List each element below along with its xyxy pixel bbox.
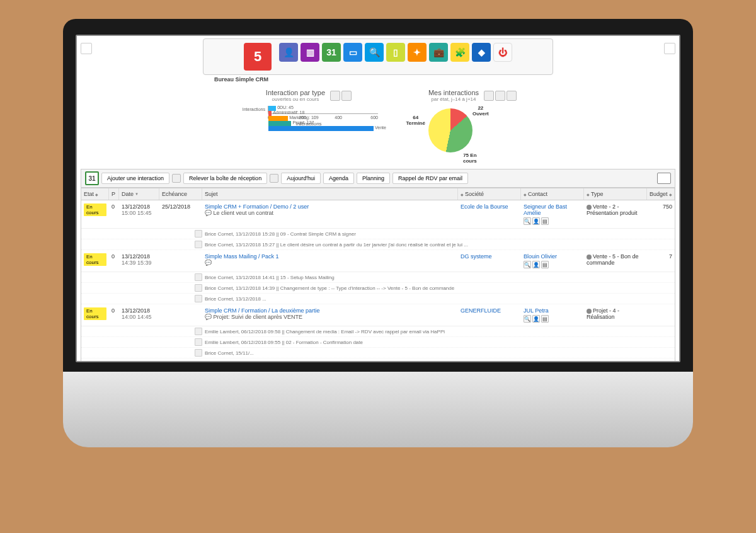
reminder-button[interactable]: Rappel de RDV par email — [392, 173, 468, 184]
bar-chart-block: Interaction par type ouvertes ou en cour… — [239, 89, 378, 163]
speech-icon — [205, 210, 212, 216]
tv-icon[interactable] — [657, 173, 671, 184]
doc-icon[interactable]: ▤ — [541, 217, 549, 225]
priority-cell: 0 — [109, 360, 119, 361]
expand-right-icon[interactable] — [664, 43, 675, 54]
sujet-cell: Simple CRM / Formation / La deuxième par… — [202, 306, 458, 321]
puzzle-icon[interactable]: 🧩 — [450, 43, 469, 62]
pie-chart — [428, 108, 472, 152]
table-row[interactable]: Ouvert 0 13/12/201814:39 15:00 Simple Ma… — [81, 358, 675, 361]
calendar-small-icon[interactable]: 31 — [85, 171, 99, 185]
note-line: Emilie Lambert, 06/12/2018 09:55 || 02 -… — [81, 337, 675, 348]
col-etat[interactable]: Etat◆ — [81, 188, 109, 200]
notes-icon[interactable]: ▯ — [386, 43, 405, 62]
date-cell: 13/12/201814:39 15:00 — [119, 360, 159, 361]
col-p[interactable]: P — [109, 188, 119, 200]
societe-link[interactable]: DG systeme — [458, 360, 521, 361]
print-icon[interactable] — [484, 91, 494, 101]
pie-label-termine: 64 Terminé — [406, 115, 425, 126]
person-icon — [172, 174, 181, 183]
power-icon[interactable]: ⏻ — [493, 43, 512, 62]
sujet-link[interactable]: Simple CRM + Formation / Demo / 2 user — [205, 203, 309, 210]
societe-link[interactable]: Ecole de la Bourse — [458, 202, 521, 211]
echeance-cell — [159, 252, 202, 255]
budget-cell — [647, 306, 675, 309]
contacts-icon[interactable]: 👤 — [279, 43, 298, 62]
note-icon — [195, 284, 202, 292]
sujet-link[interactable]: Simple CRM / Formation / La deuxième par… — [205, 307, 320, 314]
collapse-left-icon[interactable] — [81, 43, 92, 54]
table-row[interactable]: En cours 0 13/12/201814:39 15:39 Simple … — [81, 250, 675, 272]
speech-icon — [205, 314, 212, 320]
pie-chart-block: Mes interactions par état, j–14 à j+14 — [428, 89, 517, 163]
contact-cell: Blouin Olivier 🔍 👤 ▤ — [521, 360, 584, 361]
note-icon — [195, 295, 202, 302]
col-type[interactable]: ◆Type — [584, 188, 647, 200]
print-icon[interactable] — [330, 91, 340, 101]
table-row[interactable]: En cours 0 13/12/201814:00 14:45 Simple … — [81, 304, 675, 326]
crm-app: 5 👤 ▥ 31 ▭ 🔍 ▯ ✦ 💼 🧩 ◆ ⏻ Bureau Simple C… — [77, 36, 679, 361]
magnify-icon[interactable]: 🔍 — [524, 315, 531, 323]
magnify-icon[interactable]: 🔍 — [524, 217, 531, 225]
user-icon[interactable]: 👤 — [532, 261, 540, 268]
col-sujet[interactable]: Sujet — [202, 188, 458, 200]
note-icon — [195, 230, 202, 238]
action-bar: 31 Ajouter une interaction Relever la bo… — [81, 169, 675, 188]
today-button[interactable]: Aujourd'hui — [281, 173, 321, 184]
societe-link[interactable]: GENERFLUIDE — [458, 306, 521, 315]
note-line: Brice Cornet, 13/12/2018 ... — [81, 294, 675, 304]
col-contact[interactable]: ◆Contact — [521, 188, 584, 200]
note-line: Brice Cornet, 15/11/... — [81, 348, 675, 358]
doc-icon[interactable]: ▤ — [541, 315, 549, 323]
contact-link[interactable]: Blouin Olivier — [524, 253, 557, 260]
sujet-cell: Simple Mass Mailing / Pack 1 — [202, 252, 458, 267]
budget-cell: 750 — [647, 202, 675, 211]
sujet-cell: Simple CRM + Formation / Demo / 2 user L… — [202, 202, 458, 217]
app-logo[interactable]: 5 — [244, 43, 272, 71]
contact-link[interactable]: JUL Petra — [524, 307, 549, 314]
bar-label-3: Projet: 127 — [291, 120, 314, 125]
bar-chart-title: Interaction par type — [266, 89, 325, 96]
doc-icon[interactable]: ▤ — [541, 261, 549, 268]
sujet-link[interactable]: Simple Mass Mailing / Pack 1 — [205, 253, 279, 260]
col-budget[interactable]: Budget◆ — [647, 188, 675, 200]
budget-cell: 7 — [647, 360, 675, 361]
date-cell: 13/12/201814:00 14:45 — [119, 306, 159, 321]
sujet-cell: Simple Mass Mailing / Pack 1 — [202, 360, 458, 361]
date-cell: 13/12/201814:39 15:39 — [119, 252, 159, 267]
date-cell: 13/12/201815:00 15:45 — [119, 202, 159, 217]
contact-cell: Seigneur de Bast Amélie 🔍 👤 ▤ — [521, 202, 584, 226]
search-icon[interactable]: 🔍 — [365, 43, 384, 62]
table-row[interactable]: En cours 0 13/12/201815:00 15:45 25/12/2… — [81, 200, 675, 229]
user-icon[interactable]: 👤 — [532, 315, 540, 323]
add-interaction-button[interactable]: Ajouter une interaction — [101, 173, 169, 184]
contact-link[interactable]: Seigneur de Bast Amélie — [524, 203, 567, 216]
type-dot-icon — [587, 309, 592, 314]
bar-chart-subtitle: ouvertes ou en cours — [266, 96, 325, 102]
magnify-icon[interactable]: 🔍 — [524, 261, 531, 268]
planning-button[interactable]: Planning — [357, 173, 390, 184]
agenda-button[interactable]: Agenda — [323, 173, 354, 184]
note-icon — [195, 328, 202, 335]
compass-icon[interactable]: ✦ — [408, 43, 427, 62]
col-societe[interactable]: ◆Société — [458, 188, 521, 200]
settings-icon[interactable] — [507, 91, 517, 101]
calendar-icon[interactable]: 31 — [322, 43, 341, 62]
note-line: Brice Cornet, 13/12/2018 15:28 || 09 - C… — [81, 229, 675, 239]
col-date[interactable]: Date▼ — [119, 188, 159, 200]
companies-icon[interactable]: ▥ — [301, 43, 319, 62]
export-icon[interactable] — [495, 91, 505, 101]
app-label: Bureau Simple CRM — [214, 76, 679, 83]
user-icon[interactable]: 👤 — [532, 217, 540, 225]
echeance-cell — [159, 306, 202, 309]
nodes-icon[interactable]: ◆ — [472, 43, 491, 62]
table-body: En cours 0 13/12/201815:00 15:45 25/12/2… — [81, 200, 675, 361]
export-icon[interactable] — [341, 91, 352, 101]
societe-link[interactable]: DG systeme — [458, 252, 521, 261]
briefcase-icon[interactable]: 💼 — [429, 43, 448, 62]
col-echeance[interactable]: Echéance — [159, 188, 202, 200]
status-badge: En cours — [84, 307, 106, 320]
note-line: Brice Cornet, 13/12/2018 14:39 || Change… — [81, 283, 675, 294]
inbox-button[interactable]: Relever la boîte de réception — [183, 173, 267, 184]
documents-icon[interactable]: ▭ — [343, 43, 362, 62]
